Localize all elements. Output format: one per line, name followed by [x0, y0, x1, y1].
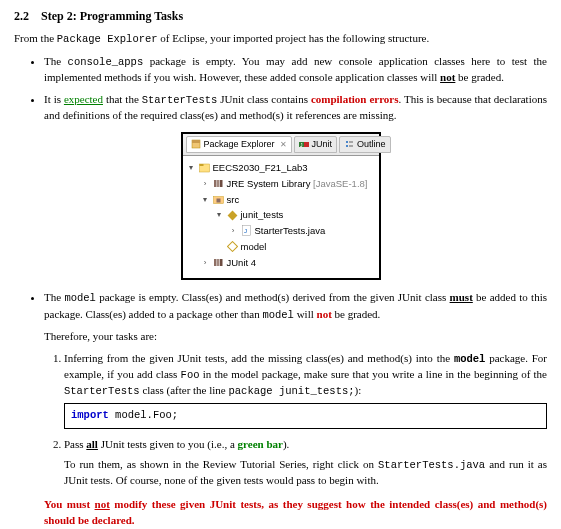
bullet-item-console-apps: The console_apps package is empty. You m…: [44, 54, 547, 86]
package-line-term: package junit_tests;: [229, 385, 355, 397]
svg-point-5: [346, 141, 348, 143]
text: The: [44, 291, 64, 303]
outline-icon: [344, 139, 354, 149]
text: class (after the line: [140, 384, 229, 396]
text: You must: [44, 498, 95, 510]
package-explorer-panel: Package Explorer ✕ J JUnit Outline ▾ EEC…: [181, 132, 381, 280]
text: that the: [103, 93, 142, 105]
not-emphasis: not: [317, 308, 332, 320]
chevron-right-icon[interactable]: ›: [201, 257, 210, 269]
svg-rect-15: [216, 198, 220, 202]
svg-rect-6: [349, 142, 353, 143]
project-icon: [199, 162, 210, 173]
text: will: [294, 308, 317, 320]
svg-rect-3: [304, 142, 309, 147]
junit-icon: J: [299, 139, 309, 149]
task-infer-classes: Inferring from the given JUnit tests, ad…: [64, 351, 547, 429]
svg-text:J: J: [244, 228, 247, 234]
tree-label: JRE System Library [JavaSE-1.8]: [227, 177, 368, 191]
text: JUnit tests given to you (i.e., a: [98, 438, 238, 450]
green-bar-term: green bar: [238, 438, 283, 450]
console-apps-term: console_apps: [68, 56, 144, 68]
tree-project[interactable]: ▾ EECS2030_F21_Lab3: [187, 160, 373, 176]
task-pass-tests: Pass all JUnit tests given to you (i.e.,…: [64, 437, 547, 489]
startertests-term: StarterTests: [142, 94, 218, 106]
tree-starter-tests-file[interactable]: › J StarterTests.java: [187, 223, 373, 239]
section-title: Step 2: Programming Tasks: [41, 9, 183, 23]
text: It is: [44, 93, 64, 105]
svg-rect-12: [217, 180, 220, 187]
project-tree: ▾ EECS2030_F21_Lab3 › JRE System Library…: [183, 156, 379, 278]
not-emphasis: not: [440, 71, 455, 83]
run-instructions: To run them, as shown in the Review Tuto…: [64, 457, 547, 489]
package-explorer-icon: [191, 139, 201, 149]
bullet-list-2: The model package is empty. Class(es) an…: [44, 290, 547, 528]
tree-label: JUnit 4: [227, 256, 257, 270]
tab-label: JUnit: [312, 138, 333, 151]
chevron-right-icon[interactable]: ›: [201, 178, 210, 190]
text: modify these given JUnit tests, as they …: [44, 498, 547, 526]
chevron-down-icon[interactable]: ▾: [201, 194, 210, 206]
text: package is empty. Class(es) and method(s…: [96, 291, 450, 303]
import-keyword: import: [71, 409, 109, 421]
not-emphasis: not: [95, 498, 110, 510]
text: The: [44, 55, 68, 67]
model-term: model: [454, 353, 486, 365]
text: Inferring from the given JUnit tests, ad…: [64, 352, 454, 364]
tab-package-explorer[interactable]: Package Explorer ✕: [186, 136, 292, 153]
startertests-term: StarterTests: [64, 385, 140, 397]
tree-junit4[interactable]: › JUnit 4: [187, 255, 373, 271]
text: ):: [355, 384, 362, 396]
library-icon: [213, 178, 224, 189]
compilation-errors-term: compilation errors: [311, 93, 399, 105]
text: To run them, as shown in the Review Tuto…: [64, 458, 378, 470]
section-number: 2.2: [14, 9, 29, 23]
tree-junit-tests-pkg[interactable]: ▾ junit_tests: [187, 207, 373, 223]
text: From the: [14, 32, 57, 44]
text: ).: [283, 438, 289, 450]
svg-rect-16: [227, 210, 237, 220]
tree-jre[interactable]: › JRE System Library [JavaSE-1.8]: [187, 176, 373, 192]
svg-rect-10: [199, 164, 203, 166]
empty-package-icon: [227, 241, 238, 252]
numbered-tasks: Inferring from the given JUnit tests, ad…: [64, 351, 547, 489]
src-folder-icon: [213, 194, 224, 205]
svg-rect-13: [220, 180, 223, 187]
text: Pass: [64, 438, 86, 450]
model-term: model: [262, 309, 294, 321]
bullet-item-expected-errors: It is expected that the StarterTests JUn…: [44, 92, 547, 124]
chevron-right-icon[interactable]: ›: [229, 225, 238, 237]
tree-src[interactable]: ▾ src: [187, 192, 373, 208]
must-emphasis: must: [450, 291, 473, 303]
foo-term: Foo: [181, 369, 200, 381]
package-icon: [227, 210, 238, 221]
close-icon[interactable]: ✕: [280, 139, 287, 151]
chevron-down-icon[interactable]: ▾: [187, 162, 196, 174]
java-file-icon: J: [241, 225, 252, 236]
package-explorer-figure: Package Explorer ✕ J JUnit Outline ▾ EEC…: [14, 132, 547, 280]
text: JRE System Library: [227, 178, 311, 189]
text: in the model package, make sure that you…: [200, 368, 548, 380]
warning-do-not-modify: You must not modify these given JUnit te…: [44, 497, 547, 529]
svg-rect-21: [217, 259, 220, 266]
chevron-down-icon[interactable]: ▾: [215, 209, 224, 221]
model-term: model: [64, 292, 96, 304]
tree-label: junit_tests: [241, 208, 284, 222]
tab-junit[interactable]: J JUnit: [294, 136, 338, 153]
text: of Eclipse, your imported project has th…: [158, 32, 430, 44]
svg-rect-8: [349, 146, 353, 147]
svg-rect-11: [214, 180, 217, 187]
text: [JavaSE-1.8]: [310, 178, 367, 189]
all-emphasis: all: [86, 438, 98, 450]
tab-outline[interactable]: Outline: [339, 136, 391, 153]
svg-rect-22: [220, 259, 223, 266]
section-heading: 2.2Step 2: Programming Tasks: [14, 8, 547, 25]
tree-model-pkg[interactable]: model: [187, 239, 373, 255]
tab-label: Outline: [357, 138, 386, 151]
startertests-file-term: StarterTests.java: [378, 459, 485, 471]
tree-label: StarterTests.java: [255, 224, 326, 238]
svg-rect-20: [214, 259, 217, 266]
therefore-line: Therefore, your tasks are:: [44, 329, 547, 345]
svg-point-7: [346, 145, 348, 147]
explorer-tabs: Package Explorer ✕ J JUnit Outline: [183, 134, 379, 156]
